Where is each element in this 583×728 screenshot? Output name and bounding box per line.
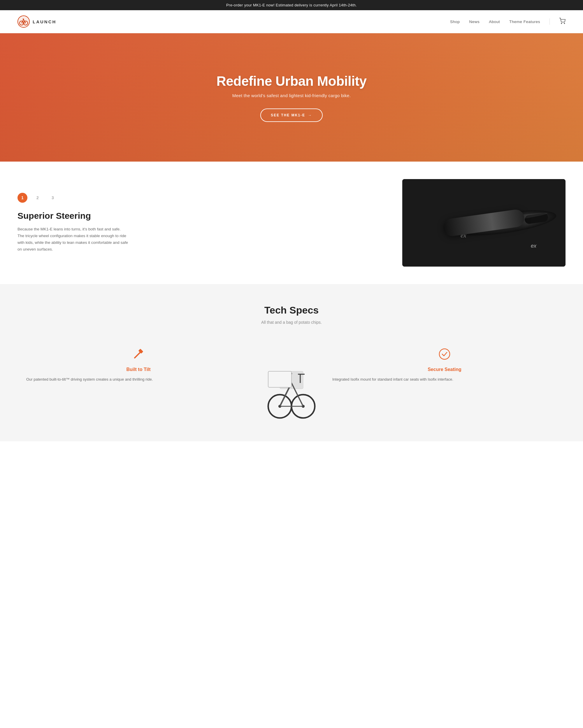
handlebar-visual: ex — [402, 179, 565, 266]
tilt-title: Built to Tilt — [26, 367, 251, 372]
svg-rect-29 — [507, 215, 521, 222]
main-nav: Shop News About Theme Features — [450, 18, 565, 25]
tilt-desc: Our patented built-to-tilt™ driving syst… — [26, 376, 251, 383]
features-image: ex — [140, 179, 565, 266]
nav-about[interactable]: About — [489, 20, 500, 24]
tech-specs-subtitle: All that and a bag of potato chips. — [18, 320, 565, 324]
hero-cta-arrow: → — [308, 113, 312, 117]
tilt-icon — [26, 348, 251, 363]
announcement-bar: Pre-order your MK1-E now! Estimated deli… — [0, 0, 583, 10]
nav-theme-features[interactable]: Theme Features — [509, 20, 540, 24]
step-1[interactable]: 1 — [18, 193, 27, 203]
features-body: Because the MK1-E leans into turns, it's… — [18, 226, 128, 253]
hero-cta-button[interactable]: SEE THE MK1-E → — [260, 108, 323, 122]
seating-desc: Integrated Isofix mount for standard inf… — [332, 376, 557, 383]
seating-icon — [332, 348, 557, 363]
nav-divider — [550, 18, 550, 25]
svg-point-46 — [439, 349, 450, 359]
hero-title: Redefine Urban Mobility — [217, 73, 367, 89]
logo-text: LAUNCH — [33, 19, 56, 24]
svg-point-9 — [561, 23, 562, 24]
tech-specs-section: Tech Specs All that and a bag of potato … — [0, 284, 583, 441]
nav-shop[interactable]: Shop — [450, 20, 460, 24]
specs-grid: Built to Tilt Our patented built-to-tilt… — [18, 342, 565, 424]
hero-content: Redefine Urban Mobility Meet the world's… — [217, 73, 367, 122]
svg-rect-45 — [268, 371, 292, 387]
seating-title: Secure Seating — [332, 367, 557, 372]
bike-center-image — [259, 342, 324, 424]
spec-built-to-tilt: Built to Tilt Our patented built-to-tilt… — [18, 342, 259, 389]
features-heading: Superior Steering — [18, 211, 128, 221]
features-section: 1 2 3 Superior Steering Because the MK1-… — [0, 162, 583, 284]
handlebar-svg: ex — [402, 179, 565, 266]
hero-subtitle: Meet the world's safest and lightest kid… — [217, 93, 367, 98]
logo-icon — [18, 16, 30, 28]
svg-text:ex: ex — [461, 232, 466, 239]
cart-icon[interactable] — [559, 18, 565, 25]
announcement-text: Pre-order your MK1-E now! Estimated deli… — [226, 3, 357, 7]
bike-svg — [262, 348, 321, 424]
step-2[interactable]: 2 — [33, 193, 43, 203]
step-3[interactable]: 3 — [48, 193, 58, 203]
step-indicators: 1 2 3 — [18, 193, 128, 203]
tech-specs-title: Tech Specs — [18, 305, 565, 316]
svg-point-10 — [564, 23, 565, 24]
logo-area[interactable]: LAUNCH — [18, 16, 56, 28]
hero-cta-label: SEE THE MK1-E — [271, 113, 305, 117]
nav-news[interactable]: News — [469, 20, 479, 24]
spec-secure-seating: Secure Seating Integrated Isofix mount f… — [324, 342, 565, 389]
features-left-panel: 1 2 3 Superior Steering Because the MK1-… — [18, 193, 140, 253]
site-header: LAUNCH Shop News About Theme Features — [0, 10, 583, 33]
hero-section: Redefine Urban Mobility Meet the world's… — [0, 33, 583, 162]
